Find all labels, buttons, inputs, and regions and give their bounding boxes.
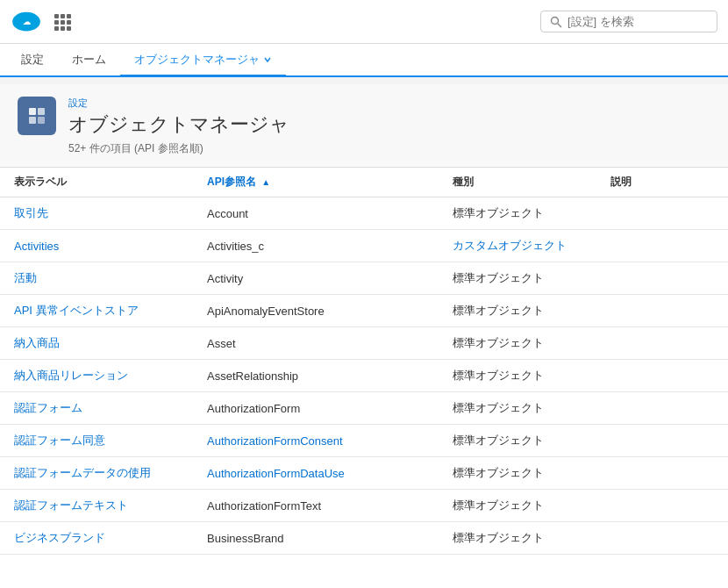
salesforce-logo: ☁ [11, 6, 42, 38]
cell-type: 標準オブジェクト [439, 425, 596, 457]
table-row: 認証フォームテキストAuthorizationFormText標準オブジェクト [0, 490, 728, 522]
cell-desc [596, 392, 728, 425]
table-row: ビジネスブランドBusinessBrand標準オブジェクト [0, 522, 728, 555]
cell-label[interactable]: 取引先 [0, 197, 193, 230]
cell-desc [596, 197, 728, 230]
page-header: 設定 オブジェクトマネージャ 52+ 件の項目 (API 参照名順) [0, 84, 728, 168]
svg-rect-5 [38, 108, 45, 115]
cell-type: 標準オブジェクト [439, 457, 596, 490]
table-row: 取引先Account標準オブジェクト [0, 197, 728, 230]
cell-type: 標準オブジェクト [439, 327, 596, 360]
objects-table: 表示ラベル API参照名 ▲ 種別 説明 取引先Account標準オブジェクトA… [0, 168, 728, 555]
cell-label[interactable]: 納入商品 [0, 327, 193, 360]
table-row: 認証フォームAuthorizationForm標準オブジェクト [0, 392, 728, 425]
cell-type: 標準オブジェクト [439, 262, 596, 295]
cell-type: カスタムオブジェクト [439, 230, 596, 262]
svg-text:☁: ☁ [23, 18, 31, 26]
svg-rect-6 [29, 117, 36, 124]
col-header-api-text: API参照名 [207, 176, 256, 188]
cell-label[interactable]: Activities [0, 230, 193, 262]
tab-object-manager[interactable]: オブジェクトマネージャ [120, 44, 286, 77]
cell-api: Activity [193, 262, 439, 295]
cell-type: 標準オブジェクト [439, 490, 596, 522]
table-row: 活動Activity標準オブジェクト [0, 262, 728, 295]
cell-api: Account [193, 197, 439, 230]
cell-api[interactable]: AuthorizationFormConsent [193, 425, 439, 457]
tab-bar: 設定 ホーム オブジェクトマネージャ [0, 44, 728, 77]
table-row: 認証フォーム同意AuthorizationFormConsent標準オブジェクト [0, 425, 728, 457]
chevron-down-icon [263, 55, 272, 64]
col-header-desc[interactable]: 説明 [596, 168, 728, 197]
cell-label[interactable]: 納入商品リレーション [0, 360, 193, 392]
col-header-api[interactable]: API参照名 ▲ [193, 168, 439, 197]
cell-label[interactable]: API 異常イベントストア [0, 295, 193, 327]
cell-type: 標準オブジェクト [439, 295, 596, 327]
cell-api[interactable]: AuthorizationFormDataUse [193, 457, 439, 490]
search-input[interactable] [567, 15, 708, 28]
page-subtitle: 52+ 件の項目 (API 参照名順) [68, 141, 289, 156]
table-row: API 異常イベントストアApiAnomalyEventStore標準オブジェク… [0, 295, 728, 327]
cell-desc [596, 522, 728, 555]
cell-api: Activities_c [193, 230, 439, 262]
svg-rect-7 [38, 117, 45, 124]
page-icon [18, 97, 56, 135]
tab-settings-label: 設定 [21, 52, 44, 68]
table-area: 表示ラベル API参照名 ▲ 種別 説明 取引先Account標準オブジェクトA… [0, 168, 728, 588]
svg-line-3 [558, 23, 562, 27]
cell-api: AuthorizationFormText [193, 490, 439, 522]
cell-label[interactable]: 活動 [0, 262, 193, 295]
cell-api: ApiAnomalyEventStore [193, 295, 439, 327]
tab-settings[interactable]: 設定 [7, 44, 58, 77]
cell-label[interactable]: 認証フォームデータの使用 [0, 457, 193, 490]
cell-desc [596, 360, 728, 392]
object-manager-icon [26, 105, 47, 126]
table-row: ActivitiesActivities_cカスタムオブジェクト [0, 230, 728, 262]
cell-desc [596, 230, 728, 262]
search-icon [550, 16, 562, 28]
col-header-label[interactable]: 表示ラベル [0, 168, 193, 197]
cell-type: 標準オブジェクト [439, 392, 596, 425]
breadcrumb: 設定 [68, 97, 289, 110]
decorative-band [0, 77, 728, 84]
cell-label[interactable]: 認証フォームテキスト [0, 490, 193, 522]
cell-desc [596, 262, 728, 295]
cell-type: 標準オブジェクト [439, 197, 596, 230]
cell-api: AuthorizationForm [193, 392, 439, 425]
cell-desc [596, 327, 728, 360]
cell-desc [596, 425, 728, 457]
table-row: 納入商品Asset標準オブジェクト [0, 327, 728, 360]
cell-api: BusinessBrand [193, 522, 439, 555]
tab-home[interactable]: ホーム [58, 44, 120, 77]
cell-type: 標準オブジェクト [439, 522, 596, 555]
cell-type: 標準オブジェクト [439, 360, 596, 392]
search-bar[interactable] [540, 11, 717, 32]
cell-label[interactable]: ビジネスブランド [0, 522, 193, 555]
cell-api: Asset [193, 327, 439, 360]
table-row: 認証フォームデータの使用AuthorizationFormDataUse標準オブ… [0, 457, 728, 490]
cell-label[interactable]: 認証フォーム同意 [0, 425, 193, 457]
page-title: オブジェクトマネージャ [68, 111, 289, 138]
top-nav: ☁ [0, 0, 728, 44]
cell-label[interactable]: 認証フォーム [0, 392, 193, 425]
table-row: 納入商品リレーションAssetRelationship標準オブジェクト [0, 360, 728, 392]
sort-arrow-icon: ▲ [261, 177, 270, 187]
cell-desc [596, 490, 728, 522]
svg-point-2 [552, 17, 559, 24]
tab-home-label: ホーム [72, 52, 106, 68]
cell-api: AssetRelationship [193, 360, 439, 392]
tab-object-manager-label: オブジェクトマネージャ [134, 52, 260, 68]
col-header-type[interactable]: 種別 [439, 168, 596, 197]
table-header-row: 表示ラベル API参照名 ▲ 種別 説明 [0, 168, 728, 197]
cell-desc [596, 295, 728, 327]
apps-grid-icon[interactable] [54, 14, 70, 30]
svg-rect-4 [29, 108, 36, 115]
page-title-block: 設定 オブジェクトマネージャ 52+ 件の項目 (API 参照名順) [68, 97, 289, 156]
cell-desc [596, 457, 728, 490]
